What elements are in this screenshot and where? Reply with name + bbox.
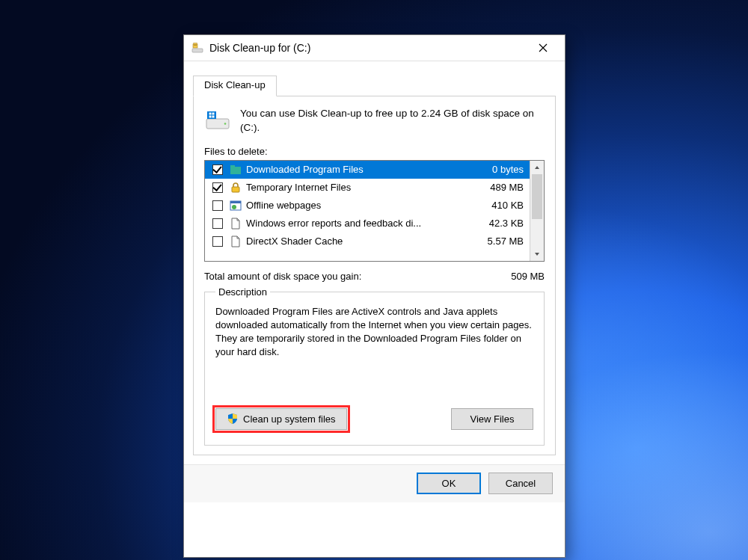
description-legend: Description: [215, 286, 270, 298]
scrollbar[interactable]: [530, 161, 544, 261]
tab-strip: Disk Clean-up: [193, 75, 556, 96]
file-row[interactable]: Temporary Internet Files489 MB: [205, 179, 530, 197]
file-checkbox[interactable]: [212, 200, 223, 211]
file-size: 42.3 KB: [471, 218, 524, 229]
cancel-button[interactable]: Cancel: [488, 473, 553, 494]
file-name: DirectX Shader Cache: [246, 236, 467, 247]
file-size: 410 KB: [471, 200, 524, 211]
file-checkbox[interactable]: [212, 164, 223, 175]
main-panel: You can use Disk Clean-up to free up to …: [193, 96, 556, 455]
file-name: Temporary Internet Files: [246, 182, 467, 193]
svg-rect-13: [232, 187, 239, 192]
file-name: Windows error reports and feedback di...: [246, 218, 467, 229]
window-title: Disk Clean-up for (C:): [209, 42, 310, 54]
dialog-footer: OK Cancel: [184, 464, 565, 502]
info-row: You can use Disk Clean-up to free up to …: [204, 107, 545, 135]
scroll-down-button[interactable]: [530, 247, 544, 261]
svg-point-10: [224, 123, 227, 125]
file-row[interactable]: Offline webpages410 KB: [205, 197, 530, 215]
clean-up-system-files-button[interactable]: Clean up system files: [215, 408, 347, 430]
scroll-thumb[interactable]: [532, 174, 542, 219]
file-name: Downloaded Program Files: [246, 164, 467, 175]
svg-rect-15: [230, 201, 241, 203]
close-button[interactable]: [526, 37, 560, 59]
file-type-icon: [230, 236, 242, 247]
file-checkbox[interactable]: [212, 218, 223, 229]
description-buttons: Clean up system files View Files: [215, 408, 533, 430]
files-list: Downloaded Program Files0 bytesTemporary…: [204, 160, 545, 262]
svg-rect-0: [192, 49, 203, 52]
total-row: Total amount of disk space you gain: 509…: [204, 271, 545, 282]
svg-rect-3: [194, 45, 197, 46]
file-row[interactable]: DirectX Shader Cache5.57 MB: [205, 233, 530, 250]
file-checkbox[interactable]: [212, 182, 223, 193]
shield-icon: [227, 413, 239, 425]
file-size: 5.57 MB: [471, 236, 524, 247]
disk-cleanup-icon: [191, 42, 203, 54]
svg-rect-8: [209, 116, 212, 118]
disk-cleanup-dialog: Disk Clean-up for (C:) Disk Clean-up You…: [183, 34, 565, 558]
scroll-up-button[interactable]: [530, 161, 544, 174]
svg-rect-12: [230, 165, 235, 167]
file-type-icon: [230, 164, 242, 176]
file-row[interactable]: Downloaded Program Files0 bytes: [205, 161, 530, 179]
view-files-button[interactable]: View Files: [451, 408, 533, 430]
total-label: Total amount of disk space you gain:: [204, 271, 361, 282]
title-bar[interactable]: Disk Clean-up for (C:): [184, 35, 565, 61]
clean-up-system-files-label: Clean up system files: [243, 413, 336, 425]
svg-rect-2: [194, 43, 197, 45]
svg-rect-7: [212, 113, 215, 115]
ok-button[interactable]: OK: [417, 473, 481, 494]
file-type-icon: [230, 182, 242, 194]
svg-rect-1: [193, 44, 197, 48]
file-size: 489 MB: [471, 182, 524, 193]
file-checkbox[interactable]: [212, 236, 223, 247]
tab-disk-cleanup[interactable]: Disk Clean-up: [193, 76, 277, 96]
files-to-delete-label: Files to delete:: [204, 146, 545, 157]
svg-rect-11: [230, 167, 241, 174]
svg-rect-9: [212, 116, 215, 118]
file-name: Offline webpages: [246, 200, 467, 211]
file-type-icon: [230, 218, 242, 230]
file-row[interactable]: Windows error reports and feedback di...…: [205, 215, 530, 233]
svg-rect-5: [207, 111, 216, 119]
description-group: Description Downloaded Program Files are…: [204, 286, 545, 446]
total-value: 509 MB: [511, 271, 545, 282]
drive-icon: [204, 107, 231, 134]
file-type-icon: [230, 200, 242, 212]
info-text: You can use Disk Clean-up to free up to …: [240, 107, 545, 135]
svg-point-16: [232, 205, 236, 209]
description-text: Downloaded Program Files are ActiveX con…: [215, 305, 533, 372]
file-size: 0 bytes: [471, 164, 524, 175]
scroll-track[interactable]: [530, 219, 544, 247]
svg-rect-6: [209, 113, 212, 115]
